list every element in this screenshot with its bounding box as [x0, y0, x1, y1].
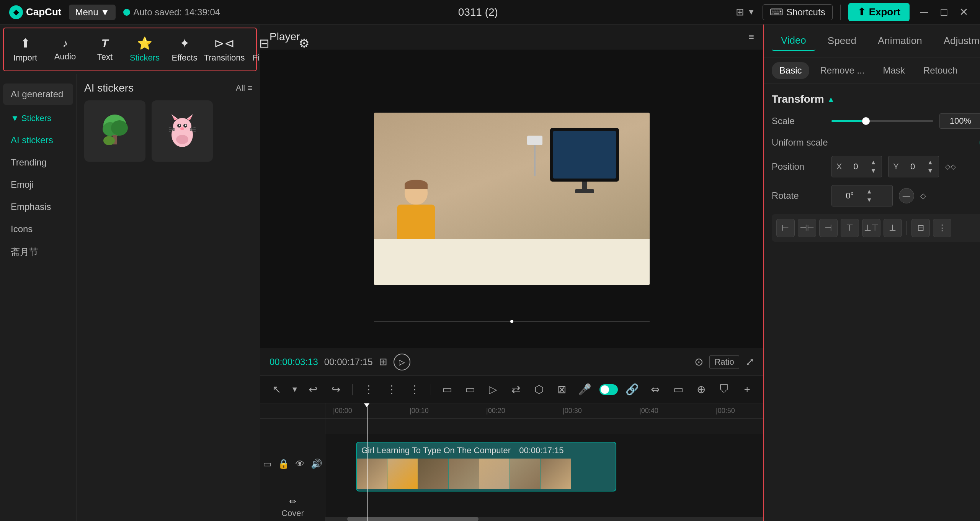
- all-filter-button[interactable]: All ≡: [236, 83, 252, 93]
- sidebar-item-icons[interactable]: Icons: [3, 218, 73, 240]
- tool-arrow-icon: ▼: [291, 385, 299, 394]
- video-clip[interactable]: Girl Learning To Type On The Computer 00…: [356, 442, 616, 492]
- distribute-h-button[interactable]: ⊟: [911, 219, 930, 237]
- tab-video[interactable]: Video: [772, 31, 815, 51]
- select-tool-button[interactable]: ↖: [268, 381, 285, 398]
- menu-button[interactable]: Menu ▼: [69, 5, 116, 20]
- fullscreen-icon[interactable]: ⊙: [694, 356, 703, 368]
- empty-track-row: [260, 419, 325, 434]
- pos-x-up-button[interactable]: ▲: [869, 159, 877, 166]
- tab-animation-label: Animation: [878, 35, 922, 46]
- scale-row: Scale ▲ ▼ ◇: [772, 113, 980, 129]
- add-track-button[interactable]: +: [739, 381, 756, 398]
- subtab-remove[interactable]: Remove ...: [812, 62, 872, 79]
- cover-edit-icon[interactable]: ✏: [289, 497, 296, 507]
- align-left-button[interactable]: ⊢: [776, 219, 795, 237]
- position-x-input[interactable]: [844, 162, 867, 172]
- split-button-2[interactable]: ⋮: [383, 381, 400, 398]
- zoom-in-button[interactable]: ⊕: [693, 381, 710, 398]
- rotate-circle-icon: —: [903, 192, 910, 200]
- sidebar-item-emoji[interactable]: Emoji: [3, 174, 73, 195]
- rotate-up-button[interactable]: ▲: [866, 188, 873, 195]
- ruler-mark-0: |00:00: [333, 407, 352, 415]
- sticker-card-cat[interactable]: [152, 100, 213, 162]
- track-visibility-icon[interactable]: 👁: [296, 459, 305, 469]
- shield-button[interactable]: ⛉: [716, 381, 733, 398]
- flip-button[interactable]: ⇄: [508, 381, 524, 398]
- align-top-button[interactable]: ⊤: [841, 219, 859, 237]
- position-y-field: Y ▲ ▼: [888, 156, 939, 177]
- close-button[interactable]: ✕: [957, 5, 971, 19]
- audio-icon: ♪: [62, 37, 68, 49]
- transform-collapse-icon[interactable]: ▲: [827, 95, 835, 104]
- align-bottom-button[interactable]: ⊥: [884, 219, 902, 237]
- split-button-1[interactable]: ⋮: [360, 381, 377, 398]
- export-button[interactable]: ⬆ Export: [848, 3, 910, 21]
- delete-button[interactable]: ▭: [439, 381, 456, 398]
- rect-button[interactable]: ▭: [462, 381, 479, 398]
- link-toggle[interactable]: [599, 384, 618, 395]
- subtab-mask[interactable]: Mask: [875, 62, 913, 79]
- split-button-3[interactable]: ⋮: [406, 381, 423, 398]
- play-button[interactable]: ▷: [485, 381, 501, 398]
- rotate-spinners: ▲ ▼: [866, 188, 873, 204]
- sidebar-item-ai-generated[interactable]: AI generated: [3, 84, 73, 105]
- track-video-icon[interactable]: ▭: [263, 459, 272, 469]
- mask-button[interactable]: ⬡: [531, 381, 547, 398]
- minimize-button[interactable]: ─: [917, 5, 931, 19]
- position-y-input[interactable]: [901, 162, 924, 172]
- toolbar-item-stickers[interactable]: ⭐ Stickers: [129, 33, 160, 66]
- pos-y-spinners: ▲ ▼: [926, 159, 934, 175]
- rotate-circle-button[interactable]: —: [899, 188, 914, 203]
- toolbar-item-transitions[interactable]: ⊳⊲ Transitions: [209, 33, 240, 66]
- toolbar-item-import[interactable]: ⬆ Import: [10, 33, 41, 66]
- shortcuts-button[interactable]: ⌨ Shortcuts: [763, 4, 832, 20]
- rotate-keyframe-button[interactable]: ◇: [920, 191, 926, 200]
- ratio-button[interactable]: Ratio: [709, 355, 739, 369]
- maximize-button[interactable]: □: [937, 5, 951, 19]
- pos-y-down-button[interactable]: ▼: [926, 167, 934, 175]
- play-pause-button[interactable]: ▷: [394, 354, 410, 370]
- tab-video-label: Video: [781, 34, 806, 46]
- tab-animation[interactable]: Animation: [869, 31, 931, 51]
- player-menu-icon[interactable]: ≡: [748, 31, 754, 43]
- sidebar-item-emphasis[interactable]: Emphasis: [3, 196, 73, 218]
- track-audio-icon[interactable]: 🔊: [311, 459, 322, 469]
- sticker-card-tree[interactable]: [84, 100, 145, 162]
- crop-button[interactable]: ⊠: [554, 381, 570, 398]
- position-keyframe-button[interactable]: ◇◇: [945, 162, 956, 171]
- tab-adjustment[interactable]: Adjustment: [934, 31, 980, 51]
- text-icon: T: [101, 37, 108, 50]
- subtab-retouch[interactable]: Retouch: [916, 62, 965, 79]
- timeline-scrollbar[interactable]: [325, 517, 763, 521]
- mic-button[interactable]: 🎤: [577, 381, 593, 398]
- tab-speed[interactable]: Speed: [818, 31, 866, 51]
- track-lock-icon[interactable]: 🔒: [278, 459, 289, 469]
- sidebar-item-zhongyuejie[interactable]: 斋月节: [3, 241, 73, 264]
- scale-input[interactable]: [939, 113, 980, 129]
- chain-button[interactable]: ⇔: [647, 381, 664, 398]
- pos-x-down-button[interactable]: ▼: [869, 167, 877, 175]
- align-right-button[interactable]: ⊣: [819, 219, 838, 237]
- scrubber-thumb[interactable]: [510, 320, 513, 323]
- svg-point-22: [176, 135, 188, 144]
- toolbar-item-effects[interactable]: ✦ Effects: [169, 33, 200, 66]
- scale-slider-thumb[interactable]: [862, 117, 870, 125]
- subtab-basic[interactable]: Basic: [772, 62, 810, 79]
- align-center-h-button[interactable]: ⊣⊢: [798, 219, 816, 237]
- link-button[interactable]: 🔗: [624, 381, 641, 398]
- rotate-down-button[interactable]: ▼: [866, 196, 873, 204]
- toolbar-item-audio[interactable]: ♪ Audio: [50, 34, 80, 65]
- expand-icon[interactable]: ⤢: [745, 356, 754, 368]
- scale-slider[interactable]: [831, 120, 933, 122]
- toolbar-item-text[interactable]: T Text: [90, 34, 120, 65]
- sidebar-item-ai-stickers[interactable]: AI stickers: [3, 129, 73, 151]
- caption-button[interactable]: ▭: [670, 381, 687, 398]
- undo-button[interactable]: ↩: [305, 381, 322, 398]
- distribute-v-button[interactable]: ⋮: [933, 219, 951, 237]
- pos-y-up-button[interactable]: ▲: [926, 159, 934, 166]
- align-center-v-button[interactable]: ⊥⊤: [862, 219, 880, 237]
- sidebar-item-trending[interactable]: Trending: [3, 152, 73, 173]
- rotate-input[interactable]: [836, 191, 863, 201]
- redo-button[interactable]: ↪: [328, 381, 345, 398]
